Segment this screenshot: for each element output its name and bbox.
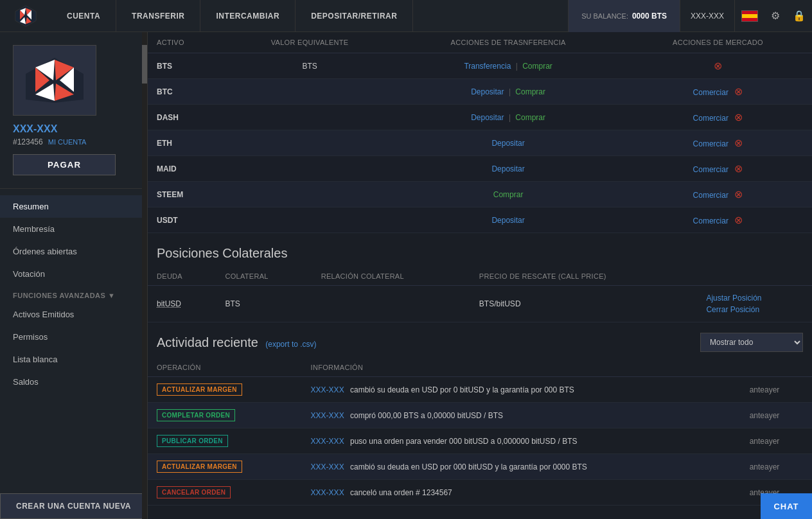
activity-user-1[interactable]: XXX-XXX	[311, 385, 344, 394]
activity-info-3: XXX-XXX puso una orden para vender 000 b…	[302, 428, 741, 454]
collateral-precio: BTS/bitUSD	[470, 286, 698, 322]
activity-user-2[interactable]: XXX-XXX	[311, 411, 344, 420]
svg-marker-0	[15, 5, 36, 26]
asset-valor-maid	[227, 156, 393, 182]
activity-info-1: XXX-XXX cambió su deuda en USD por 0 bit…	[302, 377, 741, 403]
activity-row-2: COMPLETAR ORDEN XXX-XXX compró 000,00 BT…	[148, 403, 812, 428]
activity-row-1: ACTUALIZAR MARGEN XXX-XXX cambió su deud…	[148, 377, 812, 403]
asset-market-usdt: Comerciar ⊗	[624, 207, 812, 233]
sidebar-item-lista[interactable]: Lista blanca	[0, 348, 147, 371]
sidebar-item-activos[interactable]: Activos Emitidos	[0, 303, 147, 326]
comerciar-link-eth[interactable]: Comerciar	[693, 139, 728, 148]
asset-market-bts: ⊗	[624, 53, 812, 79]
activity-info-5: XXX-XXX canceló una orden # 1234567	[302, 480, 741, 506]
remove-icon-steem[interactable]: ⊗	[734, 189, 743, 200]
activity-user-3[interactable]: XXX-XXX	[311, 437, 344, 446]
remove-icon-eth[interactable]: ⊗	[734, 137, 743, 148]
depositar-link-maid[interactable]: Depositar	[491, 164, 524, 173]
asset-row-usdt: USDT Depositar Comerciar ⊗	[148, 207, 812, 233]
col-informacion: INFORMACIÓN	[302, 358, 741, 377]
asset-transfer-btc: Depositar | Comprar	[393, 79, 624, 105]
activity-row-4: ACTUALIZAR MARGEN XXX-XXX cambió su deud…	[148, 454, 812, 480]
asset-valor-btc	[227, 79, 393, 105]
sidebar-item-permisos[interactable]: Permisos	[0, 326, 147, 348]
collateral-deuda: bitUSD	[148, 286, 216, 322]
scrollbar-thumb[interactable]	[142, 45, 147, 84]
depositar-link-eth[interactable]: Depositar	[491, 139, 524, 148]
scrollbar[interactable]	[142, 32, 147, 519]
remove-icon-bts[interactable]: ⊗	[714, 60, 722, 71]
balance-label: SU BALANCE:	[581, 12, 628, 20]
nav-cuenta[interactable]: CUENTA	[51, 0, 116, 32]
depositar-link-btc[interactable]: Depositar	[471, 87, 504, 96]
chat-button[interactable]: CHAT	[761, 493, 812, 519]
top-navigation: CUENTA TRANSFERIR INTERCAMBIAR DEPOSITAR…	[0, 0, 812, 32]
settings-button[interactable]: ⚙	[764, 0, 786, 32]
pagar-button[interactable]: PAGAR	[13, 154, 116, 175]
asset-row-maid: MAID Depositar Comerciar ⊗	[148, 156, 812, 182]
collateral-title: Posiciones Colaterales	[148, 233, 812, 267]
remove-icon-maid[interactable]: ⊗	[734, 163, 743, 174]
account-number: #123456	[13, 137, 43, 146]
depositar-link-usdt[interactable]: Depositar	[491, 216, 524, 225]
sidebar-item-saldos[interactable]: Saldos	[0, 371, 147, 393]
activity-info-4: XXX-XXX cambió su deuda en USD por 000 b…	[302, 454, 741, 480]
transferencia-link-bts[interactable]: Transferencia	[464, 62, 511, 71]
activity-user-4[interactable]: XXX-XXX	[311, 462, 344, 471]
nav-depositar[interactable]: DEPOSITAR/RETIRAR	[296, 0, 413, 32]
main-layout: XXX-XXX #123456 MI CUENTA PAGAR Resumen …	[0, 32, 812, 519]
sidebar-item-resumen[interactable]: Resumen	[0, 195, 147, 218]
export-link[interactable]: (export to .csv)	[265, 340, 316, 349]
comprar-link-btc[interactable]: Comprar	[515, 87, 545, 96]
sidebar-item-votacion[interactable]: Votación	[0, 263, 147, 285]
nav-intercambiar[interactable]: INTERCAMBIAR	[200, 0, 296, 32]
remove-icon-dash[interactable]: ⊗	[734, 112, 743, 123]
col-time	[741, 358, 812, 377]
sidebar-item-ordenes[interactable]: Órdenes abiertas	[0, 240, 147, 263]
asset-valor-dash	[227, 105, 393, 130]
remove-icon-btc[interactable]: ⊗	[734, 86, 743, 97]
activity-time-1: anteayer	[741, 377, 812, 403]
comprar-link-bts[interactable]: Comprar	[522, 62, 552, 71]
profile-section: XXX-XXX #123456 MI CUENTA PAGAR	[0, 32, 147, 189]
asset-row-dash: DASH Depositar | Comprar Comerciar ⊗	[148, 105, 812, 130]
comerciar-link-usdt[interactable]: Comerciar	[693, 216, 728, 225]
activity-time-4: anteayer	[741, 454, 812, 480]
activity-user-5[interactable]: XXX-XXX	[311, 488, 344, 497]
asset-valor-bts: BTS	[227, 53, 393, 79]
comerciar-link-maid[interactable]: Comerciar	[693, 165, 728, 174]
col-acciones-colateral	[697, 267, 812, 286]
col-colateral: COLATERAL	[216, 267, 312, 286]
op-badge-5: CANCELAR ORDEN	[148, 480, 302, 506]
col-transferencia: ACCIONES DE TRASNFERENCIA	[393, 32, 624, 53]
comerciar-link-dash[interactable]: Comerciar	[693, 114, 728, 123]
depositar-link-dash[interactable]: Depositar	[471, 113, 504, 122]
new-account-button[interactable]: CREAR UNA CUENTA NUEVA	[0, 493, 147, 519]
sidebar-item-membresia[interactable]: Membresía	[0, 218, 147, 240]
nav-transferir[interactable]: TRANSFERIR	[116, 0, 200, 32]
asset-name-bts: BTS	[148, 53, 227, 79]
asset-transfer-dash: Depositar | Comprar	[393, 105, 624, 130]
mi-cuenta-link[interactable]: MI CUENTA	[48, 138, 87, 146]
comprar-link-dash[interactable]: Comprar	[515, 113, 545, 122]
lock-button[interactable]: 🔒	[786, 0, 812, 32]
comerciar-link-btc[interactable]: Comerciar	[693, 88, 728, 97]
comerciar-link-steem[interactable]: Comerciar	[693, 191, 728, 200]
account-row: #123456 MI CUENTA	[13, 137, 86, 146]
sidebar: XXX-XXX #123456 MI CUENTA PAGAR Resumen …	[0, 32, 148, 519]
collateral-row: bitUSD BTS BTS/bitUSD Ajustar Posición C…	[148, 286, 812, 322]
ajustar-posicion-link[interactable]: Ajustar Posición	[706, 294, 803, 303]
remove-icon-usdt[interactable]: ⊗	[734, 215, 743, 225]
asset-transfer-usdt: Depositar	[393, 207, 624, 233]
asset-row-btc: BTC Depositar | Comprar Comerciar ⊗	[148, 79, 812, 105]
comprar-link-steem[interactable]: Comprar	[493, 190, 524, 199]
svg-marker-7	[26, 58, 84, 103]
asset-market-eth: Comerciar ⊗	[624, 130, 812, 156]
asset-valor-eth	[227, 130, 393, 156]
asset-market-btc: Comerciar ⊗	[624, 79, 812, 105]
col-activo: ACTIVO	[148, 32, 227, 53]
cerrar-posicion-link[interactable]: Cerrar Posición	[706, 305, 803, 314]
language-flag[interactable]	[741, 10, 758, 22]
mostrar-select[interactable]: Mostrar todo	[700, 333, 803, 352]
op-badge-2: COMPLETAR ORDEN	[148, 403, 302, 428]
